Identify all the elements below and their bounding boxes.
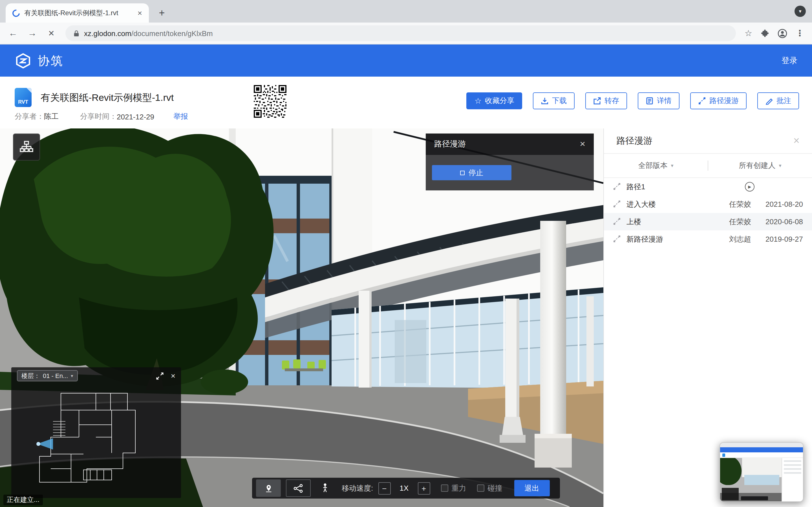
save-as-icon: [593, 97, 601, 105]
main-area: 路径漫游 × 停止 楼层： 01 - En... ▾: [0, 128, 812, 507]
floorplan-canvas: [17, 385, 175, 496]
pip-body: [720, 458, 803, 502]
first-person-button[interactable]: [316, 483, 334, 494]
caret-down-icon: ▾: [71, 373, 73, 378]
model-structure-button[interactable]: [13, 133, 40, 161]
pip-preview[interactable]: [719, 442, 804, 502]
collision-checkbox[interactable]: [477, 485, 484, 492]
browser-menu-icon[interactable]: ⋮: [796, 28, 804, 38]
pip-glass: [744, 475, 779, 485]
document-title: 有关联图纸-Revit示例模型-1.rvt: [41, 91, 174, 104]
roam-popup-close-icon[interactable]: ×: [580, 138, 585, 150]
minimap-header: 楼层： 01 - En... ▾ ×: [11, 367, 181, 384]
qr-code: [254, 85, 287, 118]
download-label: 下载: [552, 96, 567, 106]
sidebar-title: 路径漫游: [616, 135, 652, 147]
stop-roam-button[interactable]: 停止: [432, 165, 511, 180]
url-path: /document/token/gKlxBm: [132, 29, 213, 38]
stop-label: 停止: [469, 168, 483, 178]
path-name: 进入大楼: [626, 199, 715, 209]
pip-app-header: [720, 447, 803, 452]
star-icon: ☆: [474, 96, 481, 105]
site-favicon-icon: [11, 8, 21, 18]
annotate-button[interactable]: 批注: [757, 93, 799, 109]
report-link[interactable]: 举报: [173, 112, 188, 122]
exit-roam-button[interactable]: 退出: [514, 480, 550, 496]
speed-label: 移动速度:: [342, 483, 373, 493]
status-text: 正在建立...: [3, 495, 43, 505]
minimap-toggle-button[interactable]: [256, 480, 281, 497]
extensions-puzzle-icon[interactable]: [761, 29, 769, 38]
play-path-button[interactable]: ▶: [745, 182, 755, 191]
path-roam-label: 路径漫游: [709, 96, 739, 106]
sidebar-header: 路径漫游 ×: [604, 128, 812, 154]
sidebar-filters: 全部版本 ▾ 所有创建人 ▾: [604, 154, 812, 178]
gravity-checkbox[interactable]: [441, 485, 448, 492]
roam-path-row-selected[interactable]: 上楼 任荣姣 2020-06-08: [604, 213, 812, 230]
bookmark-star-icon[interactable]: ☆: [745, 28, 752, 38]
lock-icon: [73, 30, 80, 37]
speed-increase-button[interactable]: +: [417, 482, 430, 494]
sidebar-close-icon[interactable]: ×: [794, 135, 800, 147]
brand-name: 协筑: [38, 53, 64, 68]
path-nodes-button[interactable]: [286, 480, 311, 497]
address-bar[interactable]: xz.glodon.com/document/token/gKlxBm: [65, 25, 735, 41]
app-header: 协筑 登录: [0, 45, 812, 76]
login-link[interactable]: 登录: [781, 55, 797, 66]
forward-button[interactable]: →: [27, 28, 37, 38]
caret-down-icon: ▾: [779, 163, 781, 168]
pip-browser-bar: [720, 443, 803, 447]
profile-avatar-icon[interactable]: [777, 29, 787, 38]
speed-decrease-button[interactable]: −: [378, 482, 391, 494]
new-tab-button[interactable]: +: [154, 6, 169, 20]
path-date: 2021-08-20: [751, 200, 803, 209]
route-icon: [613, 182, 621, 191]
document-actions: ☆ 收藏分享 下载 转存 详情 路径漫游 批注: [467, 93, 799, 109]
roam-path-row[interactable]: 进入大楼 任荣姣 2021-08-20: [604, 195, 812, 213]
tab-close-icon[interactable]: ×: [138, 8, 142, 17]
download-button[interactable]: 下载: [533, 93, 574, 109]
pip-doc-bar: [720, 452, 803, 458]
sharer-name: 陈工: [44, 112, 59, 122]
stop-loading-button[interactable]: ✕: [46, 29, 56, 38]
minimap-expand-icon[interactable]: [156, 372, 163, 379]
tab-search-icon[interactable]: ▾: [795, 6, 806, 17]
creator-filter-label: 所有创建人: [739, 161, 775, 171]
floor-label: 楼层：: [21, 372, 40, 380]
version-filter[interactable]: 全部版本 ▾: [604, 161, 708, 171]
caret-down-icon: ▾: [671, 163, 673, 168]
document-bar: RVT 有关联图纸-Revit示例模型-1.rvt 分享者： 陈工 分享时间： …: [0, 76, 812, 128]
path-name: 新路径漫游: [626, 234, 715, 244]
details-button[interactable]: 详情: [638, 93, 679, 109]
favorite-share-label: 收藏分享: [485, 96, 514, 106]
gravity-toggle: 重力: [441, 483, 466, 493]
structure-tree-icon: [19, 140, 34, 154]
roam-path-row[interactable]: 新路径漫游 刘志超 2019-09-27: [604, 230, 812, 248]
document-meta: 分享者： 陈工 分享时间： 2021-12-29 举报: [15, 112, 188, 122]
floor-select[interactable]: 楼层： 01 - En... ▾: [17, 370, 78, 381]
save-as-button[interactable]: 转存: [585, 93, 627, 109]
path-author: 刘志超: [715, 234, 751, 244]
url-domain: xz.glodon.com: [84, 29, 132, 38]
pip-toolbar: [741, 496, 768, 500]
path-author: 任荣姣: [715, 217, 751, 227]
save-as-label: 转存: [605, 96, 619, 106]
map-pin-icon: [264, 484, 273, 493]
toolbar-right: ☆ ⋮: [745, 28, 804, 38]
route-icon: [613, 217, 621, 226]
route-icon: [698, 97, 706, 105]
route-icon: [613, 235, 621, 243]
favorite-share-button[interactable]: ☆ 收藏分享: [467, 93, 522, 109]
person-icon: [322, 483, 328, 494]
browser-tab[interactable]: 有关联图纸-Revit示例模型-1.rvt ×: [6, 3, 149, 22]
path-roam-button[interactable]: 路径漫游: [690, 93, 747, 109]
browser-toolbar: ← → ✕ xz.glodon.com/document/token/gKlxB…: [0, 22, 812, 45]
back-button[interactable]: ←: [8, 28, 18, 38]
walkthrough-toolbar: 移动速度: − 1X + 重力 碰撞 退出: [252, 478, 560, 499]
share-time: 2021-12-29: [117, 112, 154, 121]
details-label: 详情: [657, 96, 672, 106]
tab-title: 有关联图纸-Revit示例模型-1.rvt: [24, 8, 133, 18]
creator-filter[interactable]: 所有创建人 ▾: [708, 161, 812, 171]
roam-path-row[interactable]: 路径1 ▶: [604, 178, 812, 195]
minimap-close-icon[interactable]: ×: [171, 371, 175, 380]
